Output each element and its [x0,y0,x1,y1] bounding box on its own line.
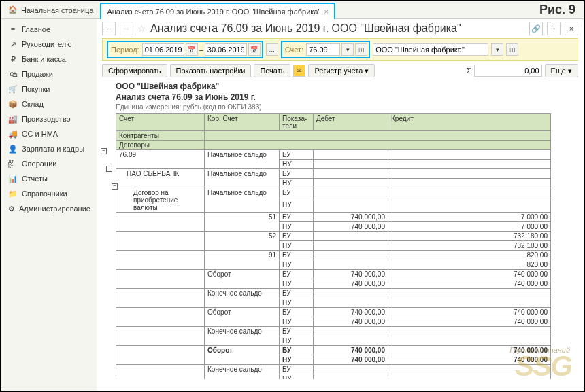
sidebar-item-assets[interactable]: 🚚ОС и НМА [1,126,97,141]
sidebar-item-bank[interactable]: ₽Банк и касса [1,52,97,67]
table-row: Договор на приобретение валютыНачальное … [116,188,551,200]
forward-button[interactable]: → [120,22,133,35]
period-select-button[interactable]: … [266,43,278,56]
menu-icon: ≡ [8,24,18,34]
col-ind: Показа- тели [280,114,314,131]
ruble-icon: ₽ [8,54,18,64]
table-row: ОборотБУ740 000,00740 000,00 [116,270,551,279]
favorite-icon[interactable]: ☆ [137,23,146,34]
table-row: 52БУ732 180,00 [116,232,551,241]
person-icon: 👤 [8,144,18,154]
account-input[interactable] [306,43,340,56]
open-icon[interactable]: ◫ [506,43,518,56]
sidebar-item-catalogs[interactable]: 📁Справочники [1,186,97,201]
table-row: 91БУ820,00 [116,251,551,260]
home-tab-label: Начальная страница [21,6,93,14]
sidebar-item-operations[interactable]: Дт КтОперации [1,156,97,171]
sidebar-label: Главное [22,25,50,33]
sidebar-item-hr[interactable]: 👤Зарплата и кадры [1,141,97,156]
col-debit: Дебет [314,114,388,131]
sidebar-label: Банк и касса [22,55,66,63]
truck-icon: 🚚 [8,129,18,139]
sidebar-label: Руководителю [22,40,71,48]
tab-bar: 🏠 Начальная страница Анализ счета 76.09 … [1,1,584,19]
sidebar-label: Отчеты [22,175,48,183]
sigma-icon: Σ [467,67,471,75]
sidebar-item-admin[interactable]: ⚙Администрирование [1,201,97,216]
date-to-input[interactable] [205,43,247,56]
more-button[interactable]: Еще ▾ [545,64,578,77]
figure-label: Рис. 9 [539,3,575,17]
table-row: Конечное сальдоБУ [116,327,551,336]
factory-icon: 🏭 [8,114,18,124]
sidebar-item-manager[interactable]: ↗Руководителю [1,37,97,52]
period-filter: Период: 📅 – 📅 [107,41,263,58]
close-icon[interactable]: × [324,7,328,16]
toolbar: Сформировать Показать настройки Печать ✉… [102,64,578,77]
table-row: Конечное сальдоБУ [116,365,551,374]
sidebar-item-reports[interactable]: 📊Отчеты [1,171,97,186]
report-area: ООО "Швейная фабрика" Анализ счета 76.09… [102,80,578,379]
sidebar-label: Покупки [22,85,50,93]
sidebar-item-warehouse[interactable]: 📦Склад [1,96,97,111]
sidebar-label: ОС и НМА [22,130,58,138]
settings-button[interactable]: Показать настройки [170,64,252,77]
gear-icon: ⚙ [8,204,15,213]
dropdown-icon[interactable]: ▾ [341,43,354,56]
table-row: ПАО СБЕРБАНКНачальное сальдоБУ [116,169,551,179]
sidebar-label: Администрирование [19,204,90,213]
period-label: Период: [110,46,141,54]
sidebar-item-production[interactable]: 🏭Производство [1,111,97,126]
org-input[interactable] [373,43,488,56]
bars-icon: 📊 [8,174,18,183]
form-button[interactable]: Сформировать [102,64,167,77]
box-icon: 📦 [8,99,18,109]
home-tab[interactable]: 🏠 Начальная страница [1,1,100,18]
date-from-input[interactable] [142,43,184,56]
collapse-icon[interactable]: − [101,148,107,154]
table-row: 76.09Начальное сальдоБУ [116,150,551,160]
collapse-icon[interactable]: − [112,183,118,190]
collapse-icon[interactable]: − [106,166,112,172]
close-button[interactable]: × [565,22,578,35]
cart-icon: 🛒 [8,84,18,94]
account-filter: Счет: ▾ ◫ [281,41,370,58]
col-contracts: Договоры [116,141,205,150]
menu-dots-icon[interactable]: ⋮ [547,22,561,35]
sidebar-item-sales[interactable]: 🛍Продажи [1,67,97,82]
col-account: Счет [116,114,205,131]
back-button[interactable]: ← [102,22,116,35]
open-icon[interactable]: ◫ [355,43,367,56]
table-row-total: ОборотБУ740 000,00740 000,00 [116,346,551,355]
sidebar-label: Производство [22,115,71,123]
table-row: ОборотБУ740 000,00740 000,00 [116,308,551,317]
calendar-icon[interactable]: 📅 [248,43,261,56]
sidebar-item-purchases[interactable]: 🛒Покупки [1,82,97,96]
table-row: Конечное сальдоБУ [116,289,551,298]
sidebar-label: Операции [22,160,56,168]
sum-input[interactable] [474,65,542,77]
date-sep: – [199,46,203,54]
active-tab-label: Анализ счета 76.09 за Июнь 2019 г. ООО "… [107,7,320,16]
mail-icon[interactable]: ✉ [293,65,305,77]
account-label: Счет: [284,46,305,54]
report-title: Анализ счета 76.09 за Июнь 2019 г. [116,92,578,102]
sidebar-item-main[interactable]: ≡Главное [1,22,97,37]
link-icon[interactable]: 🔗 [529,22,543,35]
print-button[interactable]: Печать [254,64,290,77]
bag-icon: 🛍 [8,69,18,79]
chart-icon: ↗ [8,39,18,49]
col-contragents: Контрагенты [116,131,205,141]
home-icon: 🏠 [8,5,18,14]
sidebar-label: Зарплата и кадры [22,145,84,153]
registry-button[interactable]: Регистр учета ▾ [308,64,375,77]
report-table: Счет Кор. Счет Показа- тели Дебет Кредит… [116,113,551,379]
col-credit: Кредит [388,114,551,131]
folder-icon: 📁 [8,189,18,198]
dropdown-icon[interactable]: ▾ [491,43,503,56]
sidebar-label: Справочники [22,190,67,198]
active-tab[interactable]: Анализ счета 76.09 за Июнь 2019 г. ООО "… [100,3,335,19]
col-corr: Кор. Счет [205,114,280,131]
dtkt-icon: Дт Кт [8,159,18,168]
calendar-icon[interactable]: 📅 [186,43,198,56]
